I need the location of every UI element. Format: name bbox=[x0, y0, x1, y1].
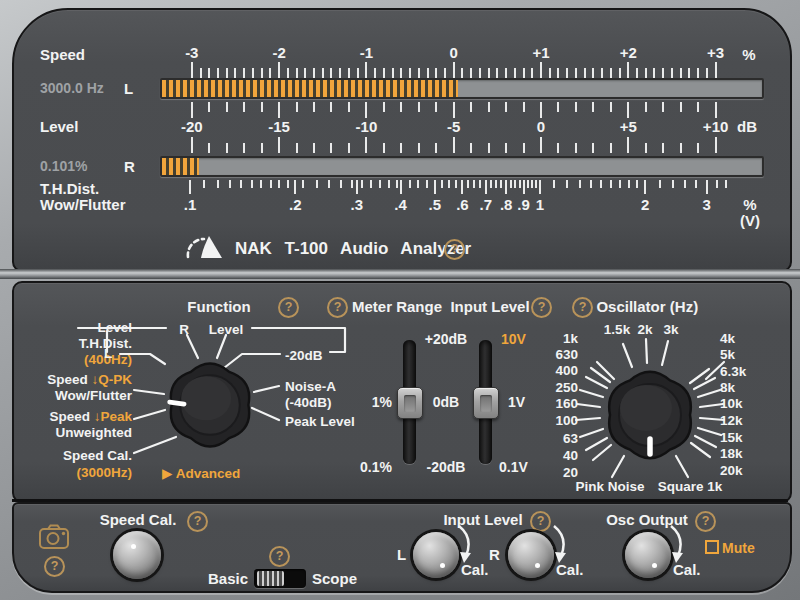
logo-text: NAK T-100 Audio Analyzer bbox=[235, 239, 471, 259]
function-label-noise-a2: (-40dB) bbox=[285, 395, 332, 410]
oscillator-help-icon[interactable]: ? bbox=[572, 297, 593, 318]
function-pos-speed-qpk: Speed ↓Q-PK Wow/Flutter bbox=[14, 372, 132, 404]
function-label-speed2: Speed bbox=[49, 409, 90, 424]
mute-checkbox[interactable]: Mute bbox=[705, 540, 755, 556]
dist-unit-volt-label: (V) bbox=[728, 212, 772, 229]
osc-freq-6-3k: 6.3k bbox=[720, 364, 746, 379]
osc-freq-1k: 1k bbox=[514, 331, 578, 346]
mode-toggle-grip[interactable] bbox=[257, 571, 284, 586]
osc-freq-3k: 3k bbox=[663, 322, 678, 337]
function-pos-peak-level: Peak Level bbox=[285, 414, 355, 429]
osc-freq-2k: 2k bbox=[637, 322, 652, 337]
level-scale-numbers: -20-15-10-50+5+10 bbox=[160, 118, 760, 136]
osc-square-1k-label: Square 1k bbox=[658, 479, 723, 494]
osc-output-cal-arrow bbox=[667, 524, 687, 566]
speed-cal-help-icon[interactable]: ? bbox=[187, 511, 208, 532]
input-l-cal-arrow bbox=[455, 524, 475, 566]
function-label-qpk: ↓Q-PK bbox=[92, 372, 133, 387]
oscillator-knob[interactable] bbox=[600, 365, 700, 465]
meter-range-1pct-label: 1% bbox=[344, 394, 392, 410]
oscillator-title: Oscillator bbox=[596, 298, 666, 315]
function-label-wow: Wow/Flutter bbox=[55, 388, 132, 403]
advanced-label: Advanced bbox=[176, 466, 241, 481]
function-pos-20db: -20dB bbox=[285, 348, 323, 363]
speed-cal-knob[interactable] bbox=[113, 531, 161, 579]
input-l-knob-indicator bbox=[440, 563, 445, 568]
osc-freq-4k: 4k bbox=[720, 331, 735, 346]
speed-cal-knob-indicator bbox=[131, 544, 136, 549]
osc-freq-5k: 5k bbox=[720, 347, 735, 362]
input-l-knob[interactable] bbox=[413, 532, 459, 578]
function-title: Function bbox=[164, 298, 274, 315]
function-label-speed-cal-freq: (3000Hz) bbox=[76, 465, 132, 480]
osc-output-knob-indicator bbox=[652, 563, 657, 568]
osc-freq-100: 100 bbox=[514, 413, 578, 428]
osc-freq-250: 250 bbox=[514, 380, 578, 395]
gauge-logo-icon bbox=[184, 230, 224, 262]
meter-r-fill bbox=[162, 158, 199, 175]
speed-cal-title: Speed Cal. bbox=[92, 511, 184, 528]
osc-freq-20k: 20k bbox=[720, 463, 743, 478]
osc-output-knob[interactable] bbox=[625, 532, 671, 578]
mode-toggle-switch[interactable] bbox=[254, 569, 306, 588]
osc-freq-20: 20 bbox=[514, 465, 578, 480]
mute-label: Mute bbox=[722, 540, 755, 556]
bottom-panel: ? Speed Cal. ? ? Basic Scope Input Level… bbox=[12, 502, 792, 593]
speed-scale-ticks bbox=[160, 62, 760, 78]
function-pos-r: R bbox=[174, 322, 194, 337]
logo-help-icon[interactable]: ? bbox=[444, 239, 465, 260]
snapshot-help-icon[interactable]: ? bbox=[44, 556, 65, 577]
function-label-unweighted: Unweighted bbox=[56, 425, 133, 440]
osc-freq-1-5k: 1.5k bbox=[604, 322, 630, 337]
input-r-knob[interactable] bbox=[508, 532, 554, 578]
mode-toggle-help-icon[interactable]: ? bbox=[269, 546, 290, 567]
level-scale-ticks-lower bbox=[160, 137, 760, 153]
function-label-speed1: Speed bbox=[47, 372, 88, 387]
channel-l-label: L bbox=[124, 80, 133, 97]
function-label-speed-cal: Speed Cal. bbox=[63, 448, 132, 463]
function-knob[interactable] bbox=[162, 357, 258, 453]
level-scale-label: Level bbox=[40, 118, 78, 135]
meter-range-help-icon[interactable]: ? bbox=[327, 297, 348, 318]
audio-analyzer-app: Speed 3000.0 Hz L Level 0.101% R T.H.Dis… bbox=[0, 0, 800, 600]
mute-checkbox-box[interactable] bbox=[705, 540, 719, 554]
input-level-help-icon[interactable]: ? bbox=[531, 297, 552, 318]
dist-readout: 0.101% bbox=[40, 158, 87, 174]
meter-panel: Speed 3000.0 Hz L Level 0.101% R T.H.Dis… bbox=[12, 8, 792, 272]
osc-freq-12k: 12k bbox=[720, 413, 743, 428]
meter-range-title: Meter Range bbox=[351, 298, 443, 315]
wow-scale-label: Wow/Flutter bbox=[40, 196, 126, 213]
function-pos-speed-cal: Speed Cal. (3000Hz) bbox=[14, 447, 132, 481]
mode-basic-label: Basic bbox=[184, 570, 248, 587]
speed-unit-label: % bbox=[731, 46, 767, 63]
function-pos-l: L bbox=[98, 346, 118, 361]
mode-scope-label: Scope bbox=[312, 570, 357, 587]
meter-bar-left bbox=[160, 78, 764, 99]
osc-output-help-icon[interactable]: ? bbox=[695, 511, 716, 532]
input-level-bottom-title: Input Level bbox=[439, 511, 527, 528]
function-knob-pointer bbox=[170, 402, 184, 404]
speed-readout: 3000.0 Hz bbox=[40, 80, 104, 96]
function-label-peak-tag: ↓Peak bbox=[94, 409, 132, 424]
dist-scale-numbers: .1.2.3.4.5.6.7.8.9123 bbox=[160, 196, 760, 214]
dist-unit-label: % bbox=[728, 196, 772, 213]
osc-pink-noise-label: Pink Noise bbox=[575, 479, 644, 494]
osc-freq-40: 40 bbox=[514, 448, 578, 463]
advanced-button[interactable]: ▶ Advanced bbox=[162, 465, 240, 481]
speed-scale-numbers: -3-2-10+1+2+3 bbox=[160, 44, 760, 62]
control-panel: Function ? Level T.H.Dist. (400Hz) L R L… bbox=[12, 281, 792, 503]
osc-output-cal-label: Cal. bbox=[673, 561, 701, 578]
function-help-icon[interactable]: ? bbox=[278, 297, 299, 318]
osc-freq-15k: 15k bbox=[720, 430, 743, 445]
input-level-bottom-help-icon[interactable]: ? bbox=[530, 511, 551, 532]
osc-freq-8k: 8k bbox=[720, 380, 735, 395]
osc-freq-18k: 18k bbox=[720, 446, 743, 461]
input-r-label: R bbox=[489, 546, 500, 563]
osc-freq-400: 400 bbox=[514, 363, 578, 378]
function-pos-noise: Noise-A (-40dB) bbox=[285, 379, 336, 411]
level-unit-label: dB bbox=[727, 118, 767, 135]
snapshot-camera-icon[interactable] bbox=[38, 522, 70, 550]
meter-range-mid-label: 0dB bbox=[410, 394, 482, 410]
meter-range-bottom-label: -20dB bbox=[410, 459, 482, 475]
meter-range-top-label: +20dB bbox=[410, 331, 482, 347]
